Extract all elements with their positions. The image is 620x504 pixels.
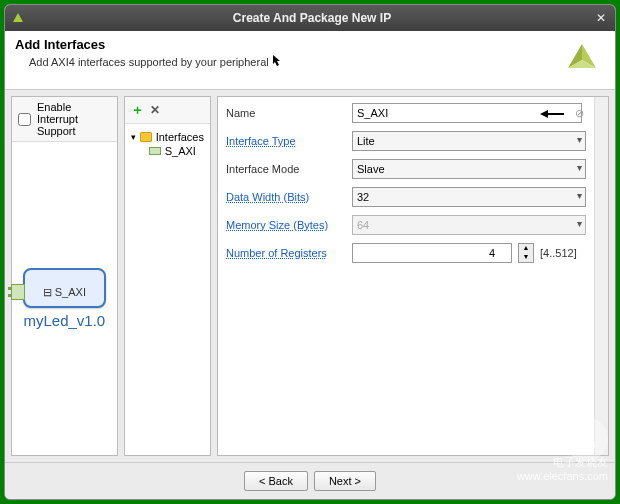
interface-type-select[interactable]: Lite bbox=[352, 131, 586, 151]
properties-panel: Name ⊘ Interface Type Lite bbox=[217, 96, 609, 456]
wizard-footer: < Back Next > bbox=[5, 462, 615, 499]
interface-type-label: Interface Type bbox=[226, 135, 346, 147]
name-field[interactable] bbox=[352, 103, 582, 123]
memory-size-label: Memory Size (Bytes) bbox=[226, 219, 346, 231]
interface-icon bbox=[149, 147, 161, 155]
data-width-select[interactable]: 32 bbox=[352, 187, 586, 207]
interrupt-checkbox-row: Enable Interrupt Support bbox=[12, 97, 117, 142]
titlebar: Create And Package New IP ✕ bbox=[5, 5, 615, 31]
page-subtitle: Add AXI4 interfaces supported by your pe… bbox=[29, 54, 559, 68]
add-interface-button[interactable]: ＋ bbox=[131, 101, 144, 119]
interface-mode-select[interactable]: Slave bbox=[352, 159, 586, 179]
name-label: Name bbox=[226, 107, 346, 119]
tree-item[interactable]: S_AXI bbox=[149, 144, 204, 158]
interface-mode-label: Interface Mode bbox=[226, 163, 346, 175]
page-title: Add Interfaces bbox=[15, 37, 559, 52]
wizard-header: Add Interfaces Add AXI4 interfaces suppo… bbox=[5, 31, 615, 90]
preview-panel: Enable Interrupt Support ⊟ S_AXI myLed_v… bbox=[11, 96, 118, 456]
svg-marker-0 bbox=[13, 13, 23, 22]
remove-interface-button[interactable]: ✕ bbox=[150, 103, 160, 117]
vendor-logo bbox=[559, 37, 605, 83]
main-content: Enable Interrupt Support ⊟ S_AXI myLed_v… bbox=[5, 90, 615, 462]
app-icon bbox=[11, 11, 25, 25]
data-width-label: Data Width (Bits) bbox=[226, 191, 346, 203]
enable-interrupt-checkbox[interactable] bbox=[18, 113, 31, 126]
clear-icon[interactable]: ⊘ bbox=[572, 107, 586, 120]
close-icon[interactable]: ✕ bbox=[593, 11, 609, 25]
ip-block-name: myLed_v1.0 bbox=[23, 312, 106, 329]
window-title: Create And Package New IP bbox=[31, 11, 593, 25]
interfaces-panel: ＋ ✕ ▾ Interfaces S_AXI bbox=[124, 96, 211, 456]
num-registers-range: [4..512] bbox=[540, 247, 586, 259]
num-registers-field[interactable] bbox=[352, 243, 512, 263]
stepper-down-icon: ▼ bbox=[519, 253, 533, 262]
stepper-up-icon: ▲ bbox=[519, 244, 533, 253]
folder-icon bbox=[140, 132, 152, 142]
cursor-icon bbox=[272, 54, 282, 68]
interfaces-tree: ▾ Interfaces S_AXI bbox=[125, 124, 210, 164]
expand-icon[interactable]: ▾ bbox=[131, 132, 136, 142]
scrollbar[interactable] bbox=[594, 97, 608, 455]
memory-size-select: 64 bbox=[352, 215, 586, 235]
ip-block: ⊟ S_AXI bbox=[23, 268, 106, 308]
axi-port-label: ⊟ S_AXI bbox=[43, 286, 86, 298]
ip-preview: ⊟ S_AXI myLed_v1.0 bbox=[12, 142, 117, 455]
num-registers-label: Number of Registers bbox=[226, 247, 346, 259]
num-registers-stepper[interactable]: ▲ ▼ bbox=[518, 243, 534, 263]
axi-port-icon bbox=[11, 284, 25, 300]
dialog-window: Create And Package New IP ✕ Add Interfac… bbox=[4, 4, 616, 500]
next-button[interactable]: Next > bbox=[314, 471, 376, 491]
back-button[interactable]: < Back bbox=[244, 471, 308, 491]
tree-root[interactable]: ▾ Interfaces bbox=[131, 130, 204, 144]
enable-interrupt-label: Enable Interrupt Support bbox=[37, 101, 111, 137]
